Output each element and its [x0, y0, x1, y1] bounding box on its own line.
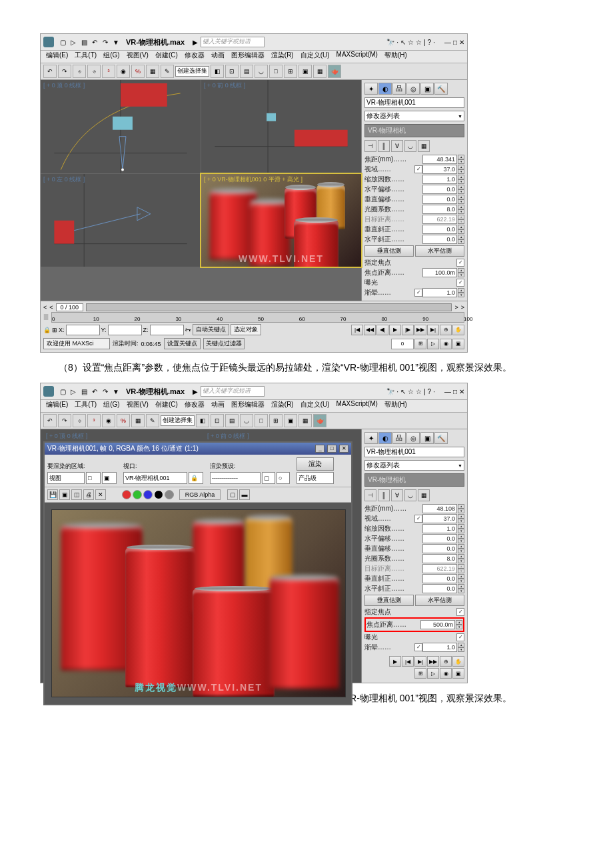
clear-icon[interactable]: ✕: [95, 489, 106, 500]
spinner-up-icon[interactable]: ▴: [458, 524, 464, 529]
horizontal-estimate-button[interactable]: 水平估测: [415, 245, 464, 257]
prev-frame-icon[interactable]: ◀◀: [364, 325, 376, 335]
grid-button[interactable]: ▦: [131, 414, 145, 427]
z-coord-input[interactable]: [150, 325, 184, 335]
schematic-button[interactable]: □: [255, 414, 268, 427]
menu-modifiers[interactable]: 修改器: [182, 400, 207, 412]
viewport-dropdown[interactable]: VR-物理相机001: [123, 472, 187, 484]
spinner-up-icon[interactable]: ▴: [458, 504, 464, 509]
spinner-down-icon[interactable]: ▾: [458, 159, 464, 164]
create-tab-icon[interactable]: ✦: [364, 83, 378, 95]
green-channel-icon[interactable]: [133, 490, 142, 499]
preset-opt-button[interactable]: ○: [277, 472, 290, 484]
spinner-down-icon[interactable]: ▾: [458, 569, 464, 573]
param-value-input[interactable]: 0.0: [422, 235, 457, 244]
open-icon[interactable]: ▷: [69, 37, 78, 47]
copy-icon[interactable]: ▣: [59, 489, 70, 500]
goto-end-icon[interactable]: ▶|: [427, 325, 439, 335]
object-name-field[interactable]: VR-物理相机001: [364, 447, 464, 457]
spinner-up-icon[interactable]: ▴: [456, 620, 462, 625]
param-value-input[interactable]: 500.0m: [420, 620, 455, 629]
keyfilter-button[interactable]: 关键点过滤器: [203, 338, 245, 349]
spinner-up-icon[interactable]: ▴: [458, 165, 464, 169]
render-setup-button[interactable]: ▣: [284, 414, 297, 427]
snap-button[interactable]: ◉: [102, 414, 115, 427]
utilities-tab-icon[interactable]: 🔨: [434, 432, 448, 444]
crop-button[interactable]: ▣: [102, 472, 117, 484]
named-sel-button[interactable]: ✎: [161, 65, 174, 78]
hierarchy-tab-icon[interactable]: 品: [392, 83, 406, 95]
spinner-down-icon[interactable]: ▾: [458, 209, 464, 214]
play-anim-icon[interactable]: ▶: [389, 656, 401, 667]
mirror-button[interactable]: ◧: [211, 65, 224, 78]
align-button[interactable]: ⊡: [225, 65, 239, 78]
render-setup-button[interactable]: ▣: [299, 65, 312, 78]
checkbox[interactable]: ✓: [456, 633, 464, 641]
menu-customize[interactable]: 自定义(U): [298, 400, 332, 412]
viewport-top[interactable]: [ + 0 顶 0 线框 ]: [41, 80, 201, 173]
remove-button[interactable]: ◡: [404, 140, 416, 152]
vertical-estimate-button[interactable]: 垂直估测: [364, 245, 414, 257]
modify-tab-icon[interactable]: ◐: [378, 432, 392, 444]
redo-button[interactable]: ↷: [58, 65, 71, 78]
spinner-up-icon[interactable]: ▴: [458, 584, 464, 589]
menu-group[interactable]: 组(G): [101, 400, 122, 412]
minmax-icon[interactable]: ▣: [452, 668, 464, 679]
param-value-input[interactable]: 1.0: [422, 288, 457, 297]
spinner-up-icon[interactable]: ▴: [458, 235, 464, 239]
spinner-down-icon[interactable]: ▾: [456, 625, 462, 629]
maximize-icon[interactable]: □: [453, 388, 457, 395]
param-value-input[interactable]: 622.19: [422, 215, 457, 224]
menu-help[interactable]: 帮助(H): [382, 400, 410, 412]
modifier-list-dropdown[interactable]: 修改器列表: [364, 460, 464, 471]
render-area-dropdown[interactable]: 视图: [47, 472, 85, 484]
binoculars-icon[interactable]: 🔭: [386, 388, 394, 395]
spinner-down-icon[interactable]: ▾: [458, 179, 464, 184]
param-value-input[interactable]: 0.0: [422, 584, 457, 593]
show-button[interactable]: ║: [378, 140, 390, 152]
zoom-icon[interactable]: ⊞: [414, 668, 426, 679]
menu-create[interactable]: 创建(C): [153, 51, 181, 63]
menu-graph[interactable]: 图形编辑器: [229, 400, 267, 412]
modify-tab-icon[interactable]: ◐: [378, 83, 392, 95]
pan-icon[interactable]: ▷: [427, 339, 439, 349]
spinner-up-icon[interactable]: ▴: [458, 288, 464, 293]
config-button[interactable]: ▦: [418, 489, 430, 501]
mono-channel-icon[interactable]: [165, 490, 174, 499]
hierarchy-tab-icon[interactable]: 品: [392, 432, 406, 444]
star-icon[interactable]: ☆: [408, 39, 414, 46]
param-value-input[interactable]: 100.0m: [422, 268, 457, 277]
redo-icon[interactable]: ↷: [101, 37, 110, 47]
create-tab-icon[interactable]: ✦: [364, 432, 378, 444]
render-button[interactable]: 渲染: [297, 457, 334, 471]
param-value-input[interactable]: 37.0: [422, 514, 457, 523]
param-value-input[interactable]: 0.0: [422, 574, 457, 583]
undo-button[interactable]: ↶: [43, 65, 57, 78]
menu-render[interactable]: 渲染(R): [269, 400, 297, 412]
menu-animation[interactable]: 动画: [209, 400, 227, 412]
goto-start-icon[interactable]: |◀: [351, 325, 363, 335]
close-icon[interactable]: ✕: [459, 39, 464, 46]
percent-button[interactable]: %: [131, 65, 145, 78]
spinner-up-icon[interactable]: ▴: [458, 195, 464, 199]
spinner-up-icon[interactable]: ▴: [458, 185, 464, 189]
end-icon[interactable]: ▶▶: [427, 656, 439, 667]
remove-button[interactable]: ◡: [404, 489, 416, 501]
play-button-icon[interactable]: ▶: [389, 325, 401, 335]
selection-set-dropdown[interactable]: 创建选择集: [175, 66, 209, 77]
new-icon[interactable]: ▢: [58, 37, 67, 47]
red-channel-icon[interactable]: [122, 490, 131, 499]
x-coord-input[interactable]: [66, 325, 100, 335]
param-value-input[interactable]: 0.0: [422, 185, 457, 194]
spinner-up-icon[interactable]: ▴: [458, 268, 464, 273]
spinner-up-icon[interactable]: ▴: [458, 205, 464, 209]
modifier-list-dropdown[interactable]: 修改器列表: [364, 111, 464, 121]
vertical-estimate-button[interactable]: 垂直估测: [364, 595, 414, 606]
frame-input[interactable]: 0: [391, 339, 414, 349]
spinner-down-icon[interactable]: ▾: [458, 579, 464, 583]
spinner-down-icon[interactable]: ▾: [458, 199, 464, 204]
menu-maxscript[interactable]: MAXScript(M): [334, 51, 380, 63]
close-icon[interactable]: ✕: [459, 388, 464, 395]
modifier-stack-item[interactable]: VR-物理相机: [364, 473, 464, 487]
checkbox[interactable]: ✓: [414, 515, 422, 523]
